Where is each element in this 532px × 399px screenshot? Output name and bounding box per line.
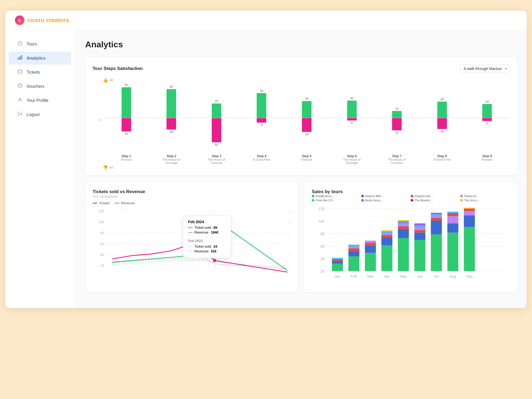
bar-label-0: Step 1 Romans [121,154,132,161]
tours-icon [17,41,23,47]
sales-legend-dot-5 [361,199,364,202]
tickets-legend-dot [93,203,97,203]
svg-rect-54 [365,241,376,243]
sidebar-item-analytics[interactable]: Analytics [9,52,71,65]
svg-rect-60 [381,231,392,233]
bar-group-5: 30 4 Step 6 The House of Gonzaga [329,83,375,164]
bar-bottom-num-5: 4 [351,121,353,124]
sidebar-item-profile[interactable]: Your Profile [9,94,71,107]
svg-text:100: 100 [99,220,104,224]
sidebar-item-tours[interactable]: Tours [9,38,71,51]
svg-text:40: 40 [321,257,325,261]
y-top-label: 60 [110,78,113,82]
svg-rect-42 [332,259,343,261]
bar-pink-2 [212,118,221,142]
y-bottom-label: 60 [110,166,113,169]
svg-rect-83 [431,213,442,214]
svg-text:Sep: Sep [466,275,473,279]
sales-by-tours-title: Sales by tours [312,189,510,194]
bar-pink-0 [122,118,131,131]
tickets-revenue-card: Tickets sold vs Revenue YoY comparison T… [85,182,298,292]
bar-label-8: Step 9 Romans [482,154,493,161]
svg-rect-86 [447,223,458,232]
svg-text:Mar: Mar [367,275,374,279]
svg-rect-87 [447,216,458,223]
svg-rect-63 [398,238,409,271]
svg-rect-47 [348,248,359,251]
tooltip-prior-tickets-dash [188,246,193,247]
sales-legend-item-2: Elegant and ... [411,194,460,198]
svg-rect-82 [431,214,442,215]
satisfaction-card-header: Tour Steps Satisfaction A walk through M… [93,64,510,73]
bar-top-num-7: 28 [440,98,444,101]
sidebar-item-vouchers[interactable]: Vouchers [9,80,71,93]
logo-area: c ciceru creators [15,15,69,25]
svg-rect-94 [464,209,475,211]
svg-rect-45 [348,256,359,271]
tour-select[interactable]: A walk through Mantua [460,64,510,73]
svg-rect-43 [332,258,343,259]
bar-green-0 [122,87,131,118]
svg-text:20: 20 [321,269,325,273]
sales-legend-grid: A walk throu... Historic Bilb... Elegant… [312,194,510,202]
bar-pink-5 [347,118,357,120]
bar-chart-area: 👍 60 0 55 23 Step 1 Romans 50 [93,78,510,170]
bar-chart-container: 0 55 23 Step 1 Romans 50 [93,83,510,164]
tooltip-current-date: Feb 2024 [188,220,226,224]
tickets-revenue-legend: Tickets Revenue [93,201,290,205]
satisfaction-card: Tour Steps Satisfaction A walk through M… [85,57,517,175]
sales-legend-item-7: The first o... [460,199,510,202]
sales-legend-item-0: A walk throu... [312,194,361,198]
svg-rect-61 [381,230,392,231]
profile-icon [17,97,23,103]
svg-rect-48 [348,247,359,248]
bar-label-2: Step 3 The House of Canossa [206,154,227,164]
logo-text: ciceru creators [27,17,69,24]
bar-top-num-3: 43 [260,89,263,92]
bar-group-8: 24 5 Step 9 Romans [465,83,510,164]
bar-top-num-6: 12 [395,107,398,110]
svg-rect-67 [398,222,409,224]
logout-icon [17,111,23,118]
bar-green-6 [392,111,402,118]
svg-rect-58 [381,235,392,237]
svg-text:440€: 440€ [290,231,290,235]
bar-pink-6 [392,118,402,130]
bar-bottom-num-3: 8 [261,123,262,127]
sales-legend-item-3: Padua th... [460,194,510,198]
svg-rect-93 [464,211,475,215]
svg-rect-69 [398,220,409,221]
sales-legend-dot-2 [411,195,413,197]
svg-text:Jan: Jan [334,275,340,279]
satisfaction-title: Tour Steps Satisfaction [93,66,143,71]
bar-group-0: 55 23 Step 1 Romans [104,83,149,164]
svg-rect-78 [431,234,442,271]
top-bar: c ciceru creators [5,11,527,30]
svg-rect-3 [21,56,22,59]
tooltip-prior-tickets-line: Ticket sold: 24 [188,244,226,248]
line-chart-wrapper: Feb 2024 Ticket sold: 89 Revenue: 184€ [93,208,290,275]
tour-select-wrapper[interactable]: A walk through Mantua [460,64,510,73]
svg-text:220€: 220€ [290,253,290,257]
bar-label-1: Step 2 The House of Gonzaga [161,154,182,164]
sidebar-item-logout[interactable]: Logout [9,108,71,121]
bar-bottom-num-0: 23 [125,132,128,135]
svg-text:Jun: Jun [417,275,423,279]
legend-revenue: Revenue [115,201,135,205]
svg-text:80: 80 [321,232,325,236]
bar-bottom-num-1: 20 [170,130,173,134]
svg-rect-68 [398,221,409,222]
svg-rect-85 [447,232,458,271]
bar-top-num-1: 50 [170,85,173,88]
bar-top-num-5: 30 [350,97,353,100]
bar-label-3: Step 4 A Great Poet [253,154,270,161]
bar-green-5 [347,101,357,118]
svg-text:Apr: Apr [384,275,390,279]
svg-rect-46 [348,251,359,256]
sidebar-item-tickets[interactable]: Tickets [9,66,71,79]
bar-bottom-num-6: 21 [395,131,398,134]
bar-top-num-8: 24 [485,100,489,103]
tooltip-prior-revenue-dash [188,251,193,252]
svg-text:100: 100 [318,219,325,223]
svg-rect-88 [447,213,458,216]
